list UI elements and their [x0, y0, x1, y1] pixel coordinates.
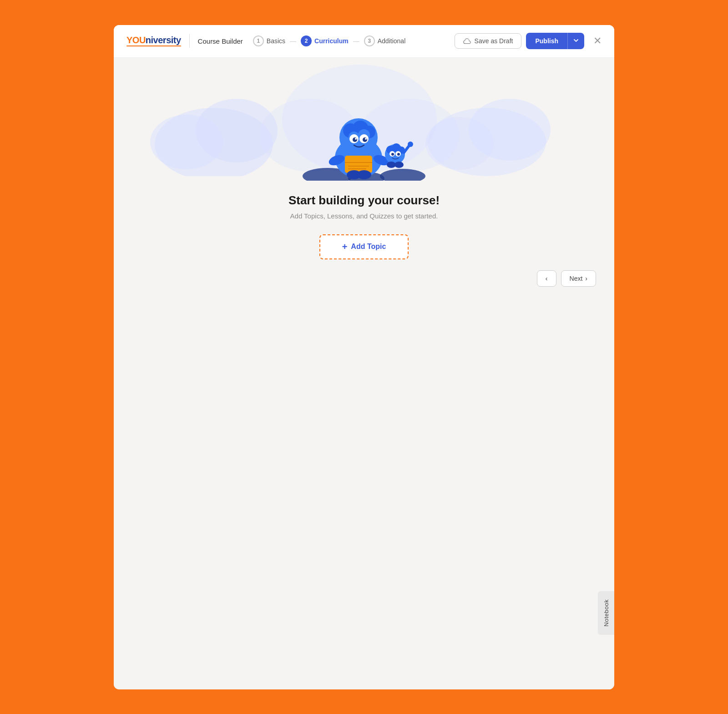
publish-button[interactable]: Publish [526, 33, 567, 49]
header-actions: Save as Draft Publish ✕ [455, 33, 602, 49]
svg-point-44 [394, 162, 404, 168]
next-button[interactable]: Next › [561, 270, 596, 287]
step-3: 3 Additional [364, 35, 406, 46]
svg-point-42 [408, 142, 413, 147]
header-title: Course Builder [198, 37, 243, 45]
step-1-label: Basics [267, 37, 285, 45]
modal-container: YOUniversity Course Builder 1 Basics — 2… [114, 25, 614, 689]
svg-point-23 [355, 138, 357, 140]
step-2-label: Curriculum [314, 37, 349, 45]
main-content: Start building your course! Add Topics, … [114, 58, 614, 689]
svg-point-24 [365, 138, 367, 140]
main-subtext: Add Topics, Lessons, and Quizzes to get … [290, 212, 438, 220]
svg-point-21 [353, 137, 357, 142]
illustration-area [287, 85, 441, 181]
step-3-label: Additional [378, 37, 406, 45]
svg-point-1 [196, 99, 278, 162]
svg-point-40 [397, 153, 400, 156]
notebook-tab-label: Notebook [603, 599, 610, 627]
svg-point-0 [155, 108, 273, 176]
svg-point-22 [363, 137, 367, 142]
main-heading: Start building your course! [288, 193, 440, 208]
logo: YOUniversity [126, 35, 181, 46]
steps-nav: 1 Basics — 2 Curriculum — 3 Additional [253, 35, 405, 46]
add-topic-label: Add Topic [351, 243, 386, 251]
caret-down-icon [573, 38, 579, 43]
step-1: 1 Basics [253, 35, 285, 46]
bottom-navigation: ‹ Next › [132, 259, 596, 298]
step-arrow-2: — [353, 37, 359, 45]
svg-point-39 [391, 153, 394, 156]
svg-point-32 [357, 170, 371, 179]
svg-point-3 [428, 108, 546, 176]
course-illustration [287, 85, 441, 181]
cloud-icon [463, 38, 471, 44]
publish-button-group: Publish [526, 33, 584, 49]
next-label: Next [570, 275, 583, 282]
save-draft-button[interactable]: Save as Draft [455, 33, 522, 49]
logo-text: YOUniversity [126, 35, 181, 45]
next-icon: › [585, 275, 587, 282]
header: YOUniversity Course Builder 1 Basics — 2… [114, 25, 614, 58]
step-arrow-1: — [290, 37, 296, 45]
close-button[interactable]: ✕ [593, 36, 602, 46]
step-2: 2 Curriculum [301, 35, 349, 46]
step-2-circle: 2 [301, 35, 312, 46]
step-1-circle: 1 [253, 35, 264, 46]
publish-caret-button[interactable] [567, 33, 584, 49]
add-topic-plus-icon: + [342, 242, 348, 252]
svg-point-4 [469, 99, 551, 161]
svg-rect-25 [345, 156, 372, 173]
header-divider [189, 34, 190, 48]
step-3-circle: 3 [364, 35, 375, 46]
prev-button[interactable]: ‹ [537, 270, 556, 287]
notebook-tab[interactable]: Notebook [598, 591, 614, 635]
svg-point-2 [150, 115, 223, 169]
svg-point-11 [380, 169, 425, 181]
prev-icon: ‹ [546, 275, 548, 282]
add-topic-button[interactable]: + Add Topic [319, 234, 409, 259]
